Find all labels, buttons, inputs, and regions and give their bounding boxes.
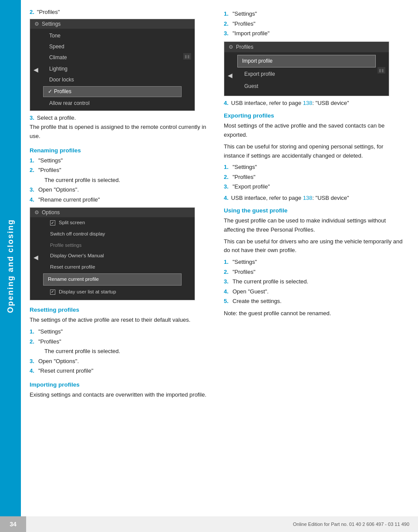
export-page-link[interactable]: 138 (303, 195, 313, 201)
menu-item-rear-control: Allow rear control (43, 98, 182, 109)
profiles-menu: Import profile Export profile Guest ◀ ▮▮ (224, 55, 389, 96)
step3-num: 3. (30, 114, 34, 121)
menu-item-profiles: ✓Profiles (43, 86, 182, 97)
settings-menu: Tone Speed Climate Lighting Door locks ✓… (30, 29, 195, 111)
guest-desc1: The guest profile can be used to make in… (224, 216, 405, 235)
menu-item-tone: Tone (43, 30, 182, 41)
option-split-screen: ✓ Split screen (43, 217, 182, 229)
settings-title-bar: ⚙ Settings (30, 19, 195, 29)
exporting-steps-list: 1. "Settings" 2. "Profiles" 3. "Export p… (224, 163, 405, 191)
option-switch-off: Switch off control display (43, 229, 182, 240)
renaming-steps-list: 1. "Settings" 2. "Profiles" The current … (30, 156, 211, 204)
sidebar-label: Opening and closing (6, 219, 15, 313)
right-scroll-indicator: ▮▮ (183, 53, 191, 60)
guest-step-5: 5. Create the settings. (224, 297, 405, 306)
exporting-step-1: 1. "Settings" (224, 163, 405, 172)
guest-step-4: 4. Open "Guest". (224, 287, 405, 296)
profile-item-guest: Guest (237, 81, 376, 93)
renaming-step-1: 1. "Settings" (30, 156, 211, 165)
menu-item-speed: Speed (43, 41, 182, 52)
page-number: 34 (10, 521, 17, 528)
exporting-step-2: 2. "Profiles" (224, 173, 405, 182)
profile-item-export: Export profile (237, 68, 376, 81)
resetting-heading: Resetting profiles (30, 306, 211, 313)
step3: 3. Select a profile. (30, 114, 211, 121)
import-page-link[interactable]: 138 (303, 100, 313, 106)
importing-heading: Importing profiles (30, 381, 211, 388)
guest-desc2: This can be useful for drivers who are u… (224, 237, 405, 256)
guest-step-1: 1. "Settings" (224, 258, 405, 266)
step3-desc: The profile that is opened is assigned t… (30, 123, 211, 141)
import-step4-num: 4. (224, 100, 229, 106)
resetting-steps-list: 1. "Settings" 2. "Profiles" The current … (30, 327, 211, 375)
two-column-layout: 2. "Profiles" ⚙ Settings Tone Speed Clim… (30, 9, 405, 506)
options-title-bar: ⚙ Options (30, 208, 195, 217)
left-column: 2. "Profiles" ⚙ Settings Tone Speed Clim… (30, 9, 211, 506)
footer-text-area: Online Edition for Part no. 01 40 2 606 … (26, 516, 418, 532)
sidebar: Opening and closing (0, 0, 21, 532)
page-number-bar: 34 (0, 516, 26, 532)
option-profile-settings-label: Profile settings (43, 240, 182, 251)
import-step-2: 2. "Profiles" (224, 20, 405, 28)
export-step-4: 4. USB interface, refer to page 138: "US… (224, 195, 405, 201)
page-wrapper: Opening and closing 2. "Profiles" ⚙ Sett… (0, 0, 418, 532)
settings-screen: ⚙ Settings Tone Speed Climate Lighting D… (30, 19, 195, 111)
guest-note: Note: the guest profile cannot be rename… (224, 309, 405, 318)
resetting-step-2: 2. "Profiles" (30, 337, 211, 346)
user-list-checkbox: ✓ (50, 290, 55, 295)
page-footer: 34 Online Edition for Part no. 01 40 2 6… (0, 516, 418, 532)
profile-item-import: Import profile (237, 55, 376, 68)
menu-item-doorlocks: Door locks (43, 74, 182, 85)
menu-item-lighting: Lighting (43, 64, 182, 74)
import-step-3: 3. "Import profile" (224, 29, 405, 38)
exporting-heading: Exporting profiles (224, 112, 405, 119)
profiles-title: Profiles (236, 44, 253, 50)
options-menu: ✓ Split screen Switch off control displa… (30, 217, 195, 297)
import-step4-text: USB interface, refer to page 138: "USB d… (231, 100, 349, 106)
profiles-gear-icon: ⚙ (229, 44, 233, 50)
options-gear-icon: ⚙ (34, 209, 39, 215)
import-steps-list: 1. "Settings" 2. "Profiles" 3. "Import p… (224, 10, 405, 38)
renaming-heading: Renaming profiles (30, 147, 211, 154)
settings-title: Settings (42, 21, 61, 27)
renaming-step-3: 3. Open "Options". (30, 185, 211, 194)
resetting-step-1: 1. "Settings" (30, 327, 211, 336)
guest-step-2: 2. "Profiles" (224, 268, 405, 276)
exporting-desc2: This can be useful for storing and openi… (224, 142, 405, 161)
step2-text: "Profiles" (37, 9, 60, 15)
options-screen: ⚙ Options ✓ Split screen Switch off cont… (30, 207, 195, 300)
profiles-right-indicator: ▮▮ (378, 67, 385, 74)
resetting-desc: The settings of the active profile are r… (30, 316, 211, 325)
renaming-step-2: 2. "Profiles" (30, 166, 211, 175)
profiles-left-arrow-icon: ◀ (228, 72, 233, 79)
options-title: Options (42, 209, 60, 215)
import-step-4: 4. USB interface, refer to page 138: "US… (224, 100, 405, 106)
left-arrow-icon: ◀ (34, 66, 38, 73)
right-column: 1. "Settings" 2. "Profiles" 3. "Import p… (224, 9, 405, 506)
export-step4-num: 4. (224, 195, 229, 201)
guest-steps-list: 1. "Settings" 2. "Profiles" 3. The curre… (224, 258, 405, 306)
option-reset-profile: Reset current profile (43, 262, 182, 273)
exporting-desc1: Most settings of the active profile and … (224, 121, 405, 140)
importing-desc: Existing settings and contacts are overw… (30, 391, 211, 400)
resetting-step-4: 4. "Reset current profile" (30, 367, 211, 375)
option-display-manual: Display Owner's Manual (43, 250, 182, 262)
main-content: 2. "Profiles" ⚙ Settings Tone Speed Clim… (21, 0, 418, 532)
profiles-screen: ⚙ Profiles Import profile Export profile… (224, 41, 389, 97)
options-left-arrow-icon: ◀ (34, 254, 38, 261)
step2-num: 2. (30, 9, 34, 15)
step3-text: Select a profile. (37, 114, 76, 121)
import-step-1: 1. "Settings" (224, 10, 405, 18)
export-step4-text: USB interface, refer to page 138: "USB d… (231, 195, 349, 201)
step2-profiles: 2. "Profiles" ⚙ Settings Tone Speed Clim… (30, 9, 211, 111)
menu-item-climate: Climate (43, 52, 182, 63)
renaming-step-4: 4. "Rename current profile" (30, 195, 211, 204)
exporting-step-3: 3. "Export profile" (224, 182, 405, 191)
gear-icon: ⚙ (34, 21, 39, 27)
resetting-step-3: 3. Open "Options". (30, 357, 211, 366)
guest-step-3: 3. The current profile is selected. (224, 277, 405, 286)
option-rename-profile: Rename current profile (43, 273, 182, 286)
renaming-step-2-sub: The current profile is selected. (30, 176, 211, 185)
resetting-step-2-sub: The current profile is selected. (30, 347, 211, 356)
footer-label: Online Edition for Part no. 01 40 2 606 … (293, 522, 409, 527)
